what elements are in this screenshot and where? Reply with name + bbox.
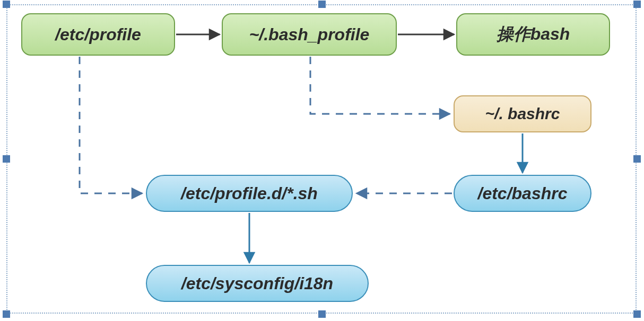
node-label: ~/. bashrc — [485, 105, 560, 123]
node-etc-bashrc[interactable]: /etc/bashrc — [454, 175, 591, 212]
node-bash-profile[interactable]: ~/.bash_profile — [222, 13, 397, 56]
selection-handle[interactable] — [633, 1, 641, 8]
node-profile-d[interactable]: /etc/profile.d/*.sh — [146, 175, 353, 212]
selection-handle[interactable] — [633, 310, 641, 318]
node-bashrc-home[interactable]: ~/. bashrc — [454, 95, 591, 132]
node-label: /etc/sysconfig/i18n — [181, 274, 333, 293]
node-label: /etc/bashrc — [478, 184, 568, 203]
node-etc-profile[interactable]: /etc/profile — [21, 13, 175, 56]
diagram-canvas: /etc/profile ~/.bash_profile 操作bash ~/. … — [0, 0, 644, 321]
selection-handle[interactable] — [318, 310, 326, 318]
selection-handle[interactable] — [3, 1, 10, 8]
selection-handle[interactable] — [3, 310, 10, 318]
node-sysconfig-i18n[interactable]: /etc/sysconfig/i18n — [146, 265, 369, 302]
node-label: /etc/profile.d/*.sh — [181, 184, 318, 203]
node-label: ~/.bash_profile — [249, 25, 370, 44]
selection-handle[interactable] — [3, 155, 10, 163]
node-label: /etc/profile — [55, 25, 141, 44]
selection-handle[interactable] — [318, 1, 326, 8]
node-operate-bash[interactable]: 操作bash — [456, 13, 610, 56]
selection-handle[interactable] — [633, 155, 641, 163]
node-label: 操作bash — [497, 23, 570, 46]
